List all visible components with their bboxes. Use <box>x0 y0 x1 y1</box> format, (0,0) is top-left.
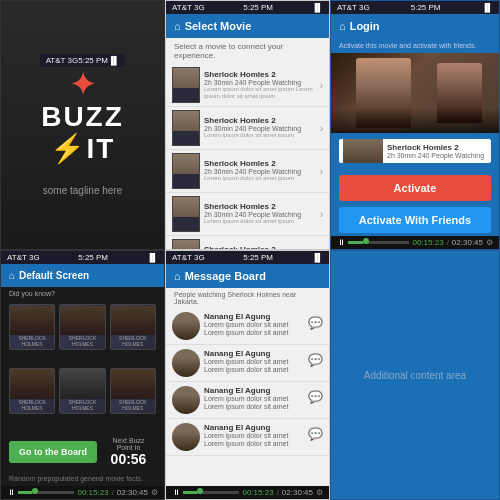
placeholder-text: Additional content area <box>364 370 466 381</box>
bubble-icon-2[interactable]: 💬 <box>308 353 323 367</box>
time-total-login: 02:30:45 <box>452 238 483 247</box>
logo-buzz: BUZZ <box>41 102 124 133</box>
battery-login: ▐▌ <box>482 3 493 12</box>
carrier-login: AT&T 3G <box>337 3 370 12</box>
grid-thumb-img-2 <box>60 306 104 336</box>
time-login: 5:25 PM <box>411 3 441 12</box>
movie-arrow-3: › <box>320 209 323 220</box>
login-header-title: Login <box>350 20 380 32</box>
progress-filled-default <box>18 491 32 494</box>
grid-item-1[interactable]: SHERLOCKHOLMES <box>9 304 55 350</box>
carrier-logo: AT&T 3G <box>46 56 79 65</box>
activate-button[interactable]: Activate <box>339 175 491 201</box>
grid-thumb-label-2: SHERLOCKHOLMES <box>69 335 97 347</box>
bubble-icon-1[interactable]: 💬 <box>308 316 323 330</box>
message-header: ⌂ Message Board <box>166 264 329 288</box>
message-item-4[interactable]: Nanang El Agung Lorem ipsum dolor sit am… <box>166 419 329 456</box>
movie-grid: SHERLOCKHOLMES SHERLOCKHOLMES SHERLOCKHO… <box>1 300 164 431</box>
movie-item-4[interactable]: Sherlock Homles 2 2h 30min 240 People Wa… <box>166 236 329 249</box>
pause-icon-login[interactable]: ⏸ <box>337 238 345 247</box>
movie-desc-1: Lorem ipsum dolor sit amet ipsum <box>204 132 316 139</box>
grid-thumb-2: SHERLOCKHOLMES <box>60 305 104 349</box>
grid-item-2[interactable]: SHERLOCKHOLMES <box>59 304 105 350</box>
message-item-3[interactable]: Nanang El Agung Lorem ipsum dolor sit am… <box>166 382 329 419</box>
next-buzz-label: Next BuzzPoint In <box>101 437 156 451</box>
progress-track-message[interactable] <box>183 491 239 494</box>
msg-text-4: Lorem ipsum dolor sit amet Lorem ipsum d… <box>204 432 304 449</box>
battery-default: ▐▌ <box>147 253 158 262</box>
gear-icon-login[interactable]: ⚙ <box>486 238 493 247</box>
movie-arrow-0: › <box>320 80 323 91</box>
grid-item-5[interactable]: SHERLOCKHOLMES <box>59 368 105 414</box>
progress-track-login[interactable] <box>348 241 409 244</box>
time-message: 5:25 PM <box>243 253 273 262</box>
movie-title-3: Sherlock Homles 2 <box>204 202 316 211</box>
movie-item-2[interactable]: Sherlock Homles 2 2h 30min 240 People Wa… <box>166 150 329 193</box>
movie-item-0[interactable]: Sherlock Homles 2 2h 30min 240 People Wa… <box>166 64 329 107</box>
grid-thumb-img-3 <box>111 306 155 336</box>
movie-thumb-2 <box>172 153 200 189</box>
grid-thumb-label-5: SHERLOCKHOLMES <box>69 399 97 411</box>
movie-title-4: Sherlock Homles 2 <box>204 245 316 249</box>
message-item-1[interactable]: Nanang El Agung Lorem ipsum dolor sit am… <box>166 308 329 345</box>
movie-info-4: Sherlock Homles 2 2h 30min 240 People Wa… <box>204 245 316 249</box>
grid-item-4[interactable]: SHERLOCKHOLMES <box>9 368 55 414</box>
carrier-default: AT&T 3G <box>7 253 40 262</box>
grid-thumb-img-4 <box>10 369 54 399</box>
login-panel: AT&T 3G 5:25 PM ▐▌ ⌂ Login Activate this… <box>330 0 500 250</box>
did-you-know-text: Did you know? <box>1 287 164 300</box>
default-bottom: Go to the Board Next BuzzPoint In 00:56 <box>1 431 164 473</box>
grid-thumb-label-6: SHERLOCKHOLMES <box>119 399 147 411</box>
login-movie-card: Sherlock Homles 2 2h 30min 240 People Wa… <box>339 139 491 163</box>
time-select: 5:25 PM <box>243 3 273 12</box>
grid-thumb-3: SHERLOCKHOLMES <box>111 305 155 349</box>
msg-text-3: Lorem ipsum dolor sit amet Lorem ipsum d… <box>204 395 304 412</box>
bubble-icon-3[interactable]: 💬 <box>308 390 323 404</box>
msg-content-4: Nanang El Agung Lorem ipsum dolor sit am… <box>204 423 304 449</box>
movie-desc-2: Lorem ipsum dolor sit amet ipsum <box>204 175 316 182</box>
default-header-title: Default Screen <box>19 270 89 281</box>
pause-icon-default[interactable]: ⏸ <box>7 488 15 497</box>
go-to-board-button[interactable]: Go to the Board <box>9 441 97 463</box>
gear-icon-default[interactable]: ⚙ <box>151 488 158 497</box>
message-header-title: Message Board <box>185 270 266 282</box>
msg-name-3: Nanang El Agung <box>204 386 304 395</box>
avatar-1 <box>172 312 200 340</box>
logo-panel: AT&T 3G 5:25 PM ▐▌ ✦ BUZZ ⚡ IT some tagl… <box>0 0 165 250</box>
time-total-message: 02:30:45 <box>282 488 313 497</box>
activate-with-friends-button[interactable]: Activate With Friends <box>339 207 491 233</box>
msg-name-2: Nanang El Agung <box>204 349 304 358</box>
login-header: ⌂ Login <box>331 14 499 38</box>
login-movie-meta: 2h 30min 240 People Watching <box>387 152 487 159</box>
progress-row-default: ⏸ 00:15:23 / 02:30:45 ⚙ <box>7 488 158 497</box>
grid-item-6[interactable]: SHERLOCKHOLMES <box>110 368 156 414</box>
status-bar-message: AT&T 3G 5:25 PM ▐▌ <box>166 251 329 264</box>
movie-title-1: Sherlock Homles 2 <box>204 116 316 125</box>
lightning-icon: ✦ <box>70 67 95 102</box>
pause-icon-message[interactable]: ⏸ <box>172 488 180 497</box>
time-logo: 5:25 PM <box>78 56 108 65</box>
placeholder-panel: Additional content area <box>330 250 500 500</box>
movie-info-1: Sherlock Homles 2 2h 30min 240 People Wa… <box>204 116 316 139</box>
grid-item-3[interactable]: SHERLOCKHOLMES <box>110 304 156 350</box>
status-bar-login: AT&T 3G 5:25 PM ▐▌ <box>331 1 499 14</box>
movie-item-3[interactable]: Sherlock Homles 2 2h 30min 240 People Wa… <box>166 193 329 236</box>
buzz-timer: 00:56 <box>101 451 156 467</box>
grid-thumb-5: SHERLOCKHOLMES <box>60 369 104 413</box>
logo-tagline: some tagline here <box>41 185 124 196</box>
time-sep-login: / <box>447 238 449 247</box>
grid-thumb-label-4: SHERLOCKHOLMES <box>18 399 46 411</box>
grid-thumb-label-3: SHERLOCKHOLMES <box>119 335 147 347</box>
message-item-2[interactable]: Nanang El Agung Lorem ipsum dolor sit am… <box>166 345 329 382</box>
battery-select: ▐▌ <box>312 3 323 12</box>
movie-thumb-3 <box>172 196 200 232</box>
gear-icon-message[interactable]: ⚙ <box>316 488 323 497</box>
bubble-icon-4[interactable]: 💬 <box>308 427 323 441</box>
progress-filled-login <box>348 241 363 244</box>
login-subtext: Activate this movie and activate with fr… <box>331 38 499 53</box>
movie-item-1[interactable]: Sherlock Homles 2 2h 30min 240 People Wa… <box>166 107 329 150</box>
msg-name-4: Nanang El Agung <box>204 423 304 432</box>
progress-track-default[interactable] <box>18 491 74 494</box>
random-fact: Random prepopulated general movie facts. <box>1 473 164 486</box>
avatar-3 <box>172 386 200 414</box>
